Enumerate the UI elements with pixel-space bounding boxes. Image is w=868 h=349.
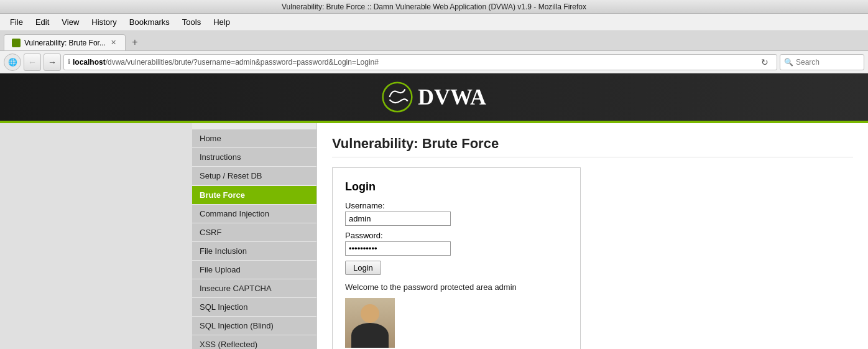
- nav-bar: 🌐 ← → ℹ localhost/dvwa/vulnerabilities/b…: [0, 51, 868, 73]
- sidebar-item-csrf[interactable]: CSRF: [192, 223, 316, 241]
- new-tab-button[interactable]: +: [127, 34, 143, 50]
- url-bar-container: ℹ localhost/dvwa/vulnerabilities/brute/?…: [63, 54, 777, 70]
- dvwa-logo-svg: [382, 81, 413, 113]
- search-icon: 🔍: [784, 58, 793, 67]
- menu-history[interactable]: History: [86, 16, 121, 29]
- sidebar-item-xss-reflected[interactable]: XSS (Reflected): [192, 335, 316, 349]
- sidebar-item-setup-reset-db[interactable]: Setup / Reset DB: [192, 167, 316, 185]
- user-avatar-image: [345, 298, 395, 348]
- search-bar-container: 🔍: [780, 54, 864, 70]
- sidebar-item-home[interactable]: Home: [192, 129, 316, 147]
- dvwa-logo: DVWA: [382, 81, 486, 113]
- search-input[interactable]: [796, 58, 860, 67]
- sidebar-item-command-injection[interactable]: Command Injection: [192, 205, 316, 223]
- login-button[interactable]: Login: [345, 261, 381, 275]
- sidebar-item-sql-injection-blind[interactable]: SQL Injection (Blind): [192, 317, 316, 335]
- active-tab[interactable]: Vulnerability: Brute For... ✕: [4, 34, 126, 50]
- content-area: Home Instructions Setup / Reset DB Brute…: [0, 123, 868, 349]
- tab-label: Vulnerability: Brute For...: [24, 39, 106, 47]
- profile-button[interactable]: 🌐: [4, 54, 21, 71]
- username-input[interactable]: [345, 212, 451, 226]
- sidebar-item-insecure-captcha[interactable]: Insecure CAPTCHA: [192, 279, 316, 297]
- menu-edit[interactable]: Edit: [30, 16, 54, 29]
- title-bar: Vulnerability: Brute Force :: Damn Vulne…: [0, 0, 868, 14]
- sidebar-top-section: Home Instructions Setup / Reset DB: [192, 129, 316, 185]
- url-info-icon[interactable]: ℹ: [68, 58, 70, 66]
- url-display[interactable]: localhost/dvwa/vulnerabilities/brute/?us…: [73, 58, 754, 67]
- refresh-button[interactable]: ↻: [757, 54, 773, 70]
- menu-help[interactable]: Help: [208, 16, 235, 29]
- sidebar-item-file-inclusion[interactable]: File Inclusion: [192, 242, 316, 260]
- sidebar-item-brute-force[interactable]: Brute Force: [192, 186, 316, 204]
- menu-view[interactable]: View: [57, 16, 84, 29]
- tab-favicon: [12, 39, 21, 47]
- username-label: Username:: [345, 201, 568, 210]
- tab-close-button[interactable]: ✕: [109, 38, 118, 47]
- sidebar-item-instructions[interactable]: Instructions: [192, 148, 316, 166]
- dvwa-logo-text: DVWA: [418, 84, 486, 110]
- main-content: Vulnerability: Brute Force Login Usernam…: [317, 123, 868, 349]
- sidebar: Home Instructions Setup / Reset DB Brute…: [192, 123, 316, 349]
- welcome-message: Welcome to the password protected area a…: [345, 282, 568, 292]
- svg-point-0: [383, 83, 412, 112]
- page-wrapper: DVWA Home Instructions Setup / Reset DB …: [0, 73, 868, 349]
- sidebar-item-file-upload[interactable]: File Upload: [192, 261, 316, 279]
- sidebar-main-section: Brute Force Command Injection CSRF File …: [192, 186, 316, 349]
- menu-tools[interactable]: Tools: [177, 16, 206, 29]
- url-path: /dvwa/vulnerabilities/brute/?username=ad…: [106, 58, 379, 67]
- url-host: localhost: [73, 58, 106, 67]
- window-title: Vulnerability: Brute Force :: Damn Vulne…: [282, 2, 586, 11]
- tab-bar: Vulnerability: Brute For... ✕ +: [0, 31, 868, 51]
- sidebar-item-sql-injection[interactable]: SQL Injection: [192, 298, 316, 316]
- forward-button[interactable]: →: [44, 54, 61, 71]
- menu-bar: File Edit View History Bookmarks Tools H…: [0, 14, 868, 31]
- password-input[interactable]: [345, 241, 451, 256]
- menu-file[interactable]: File: [5, 16, 28, 29]
- back-button[interactable]: ←: [24, 54, 41, 71]
- login-box: Login Username: Password: Login Welcome …: [332, 167, 581, 349]
- menu-bookmarks[interactable]: Bookmarks: [124, 16, 175, 29]
- page-title: Vulnerability: Brute Force: [332, 136, 853, 157]
- login-section-title: Login: [345, 180, 568, 193]
- password-label: Password:: [345, 231, 568, 240]
- left-panel: Home Instructions Setup / Reset DB Brute…: [0, 123, 317, 349]
- dvwa-header: DVWA: [0, 73, 868, 123]
